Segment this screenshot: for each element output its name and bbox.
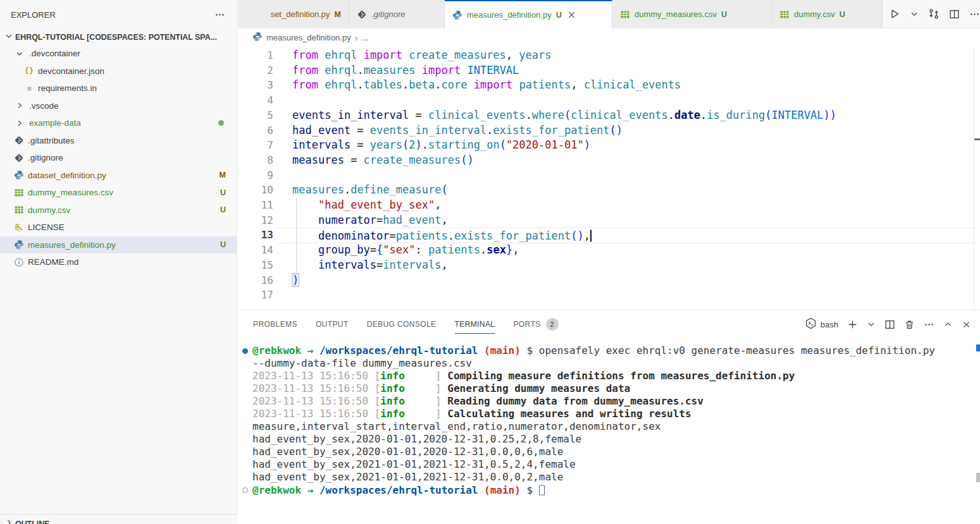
csv-icon: [14, 205, 24, 215]
line-number: 16: [238, 273, 273, 288]
chevron-down-icon: [15, 49, 24, 58]
terminal-line: 2023-11-13 15:16:50 [info ] Reading dumm…: [238, 395, 980, 408]
line-number: 14: [238, 243, 273, 258]
panel-tab-ports[interactable]: PORTS2: [513, 310, 558, 338]
line-number: 6: [238, 123, 273, 138]
panel-header: PROBLEMSOUTPUTDEBUG CONSOLETERMINALPORTS…: [238, 310, 980, 338]
outline-label: OUTLINE: [15, 520, 49, 524]
tree-item-readme-md[interactable]: README.md: [0, 253, 237, 271]
chevron-down-icon: [867, 320, 876, 329]
tab-dummy-csv[interactable]: dummy.csvU: [772, 0, 883, 28]
tab-set-definition-py[interactable]: set_definition.pyM: [238, 0, 349, 28]
breadcrumb[interactable]: measures_definition.py › ...: [238, 28, 980, 47]
terminal-line: had_event_by_sex,2020-01-01,2020-12-31,0…: [238, 433, 980, 446]
code-line-10: 10measures.define_measure(: [238, 183, 980, 198]
chevron-up-icon: [943, 320, 953, 329]
run-button[interactable]: [889, 8, 900, 20]
git-status-badge: U: [556, 11, 562, 20]
panel-more-button[interactable]: [924, 319, 934, 330]
terminal-shell-selector[interactable]: bash: [805, 317, 838, 331]
terminal-line: had_event_by_sex,2021-01-01,2021-12-31,0…: [238, 458, 980, 471]
tree-item-devcontainer-json[interactable]: {}devcontainer.json: [0, 63, 237, 80]
terminal[interactable]: @rebkwok → /workspaces/ehrql-tutorial (m…: [238, 338, 980, 524]
more-icon: [969, 9, 980, 20]
kill-terminal-button[interactable]: [904, 319, 915, 330]
tree-item-dummy-measures-csv[interactable]: dummy_measures.csvU: [0, 184, 237, 202]
more-icon: [924, 319, 934, 330]
panel-tab-terminal[interactable]: TERMINAL: [455, 310, 495, 338]
csv-icon: [620, 9, 630, 20]
chevron-right-icon: ›: [355, 33, 358, 43]
file-label: LICENSE: [28, 222, 65, 232]
breadcrumb-more[interactable]: ...: [361, 33, 368, 42]
line-number: 10: [238, 183, 273, 198]
close-panel-button[interactable]: [962, 320, 971, 329]
maximize-panel-button[interactable]: [943, 320, 953, 329]
panel-tab-output[interactable]: OUTPUT: [316, 310, 349, 338]
close-icon: [962, 320, 971, 329]
panel-tab-debug-console[interactable]: DEBUG CONSOLE: [367, 310, 437, 338]
csv-icon: [14, 188, 24, 198]
line-number: 4: [238, 93, 273, 108]
tree-item-vscode[interactable]: .vscode: [0, 97, 237, 115]
tab-close-button[interactable]: [567, 10, 576, 20]
git-status-badge: U: [220, 240, 226, 249]
panel-tab-label: DEBUG CONSOLE: [367, 320, 437, 329]
more-actions-button[interactable]: [969, 9, 980, 20]
bash-terminal-icon: [805, 317, 817, 329]
chevron-right-icon: [4, 518, 13, 524]
code-editor[interactable]: 1from ehrql import create_measures, year…: [238, 47, 980, 310]
line-number: 2: [238, 63, 273, 78]
terminal-line: had_event_by_sex,2021-01-01,2021-12-31,0…: [238, 471, 980, 484]
tree-item-requirements-in[interactable]: ≡requirements.in: [0, 80, 237, 97]
python-icon: [452, 10, 462, 20]
code-line-14: 14 group_by={"sex": patients.sex},: [238, 243, 980, 258]
tree-item-devcontainer[interactable]: .devcontainer: [0, 45, 237, 63]
file-label: README.md: [28, 257, 78, 267]
tab-measures-definition-py[interactable]: measures_definition.pyU: [445, 0, 612, 29]
tab-dummy-measures-csv[interactable]: dummy_measures.csvU: [612, 0, 772, 28]
workspace-root-item[interactable]: EHRQL-TUTORIAL [CODESPACES: POTENTIAL SP…: [0, 29, 237, 45]
tab-label: .gitignore: [371, 9, 405, 19]
git-icon: [14, 153, 24, 163]
open-changes-button[interactable]: [928, 8, 940, 20]
tab-label: set_definition.py: [271, 9, 330, 19]
split-editor-button[interactable]: [949, 9, 960, 20]
command-decoration-filled[interactable]: [242, 348, 248, 354]
tree-item-dataset-definition-py[interactable]: dataset_definition.pyM: [0, 167, 237, 185]
terminal-scroll-mark-gray: [976, 473, 980, 482]
outline-section-header[interactable]: OUTLINE: [0, 514, 237, 524]
command-decoration-hollow[interactable]: [242, 487, 248, 493]
code-line-16: 16): [238, 273, 980, 288]
tree-item-license[interactable]: LICENSE: [0, 219, 237, 236]
explorer-more-button[interactable]: [214, 9, 225, 20]
tree-item-gitignore[interactable]: .gitignore: [0, 149, 237, 167]
panel-tab-problems[interactable]: PROBLEMS: [253, 310, 297, 338]
git-icon: [357, 9, 367, 20]
new-terminal-button[interactable]: [847, 319, 858, 330]
tree-item-gitattributes[interactable]: .gitattributes: [0, 132, 237, 150]
line-number: 9: [238, 168, 273, 183]
tree-item-example-data[interactable]: example-data: [0, 114, 237, 132]
file-label: example-data: [29, 118, 81, 128]
terminal-profile-dropdown[interactable]: [867, 320, 876, 329]
code-line-11: 11 "had_event_by_sex",: [238, 198, 980, 213]
explorer-header: EXPLORER: [0, 0, 237, 29]
open-changes-icon: [928, 8, 940, 20]
line-number: 5: [238, 108, 273, 123]
split-terminal-button[interactable]: [884, 319, 895, 330]
file-label: devcontainer.json: [38, 66, 104, 76]
overview-ruler: [974, 47, 974, 310]
terminal-line: had_event_by_sex,2020-01-01,2020-12-31,0…: [238, 446, 980, 458]
run-dropdown[interactable]: [910, 9, 919, 18]
file-label: requirements.in: [38, 83, 97, 93]
git-status-badge: U: [840, 10, 845, 19]
line-number: 1: [238, 48, 273, 63]
file-tree: .devcontainer{}devcontainer.json≡require…: [0, 45, 237, 271]
trash-icon: [904, 319, 915, 330]
python-icon: [252, 32, 263, 42]
tree-item-measures-definition-py[interactable]: measures_definition.pyU: [0, 236, 237, 254]
tree-item-dummy-csv[interactable]: dummy.csvU: [0, 202, 237, 219]
tab-gitignore[interactable]: .gitignore: [349, 0, 445, 28]
file-label: .vscode: [29, 101, 59, 111]
